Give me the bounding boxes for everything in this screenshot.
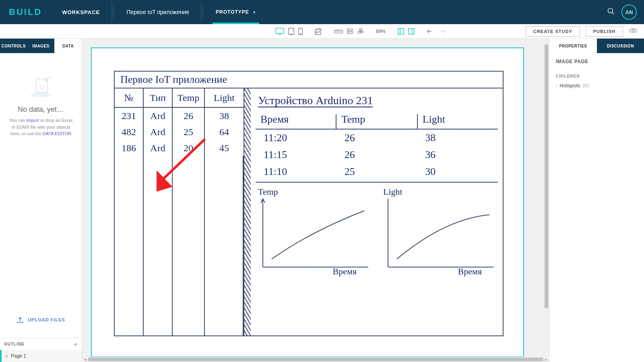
hotspots-count: (0) [583, 82, 589, 88]
svg-point-5 [291, 33, 291, 34]
crumb-project[interactable]: Первое IoT приложение [115, 0, 200, 24]
align-icon[interactable] [347, 28, 353, 35]
toolbar: 89% CREATE STUDY PUBLISH [0, 24, 644, 39]
left-tabs: CONTROLS IMAGES DATA [0, 39, 82, 53]
sketch-divider [244, 88, 251, 335]
upload-files-label: UPLOAD FILES [28, 317, 65, 322]
import-link[interactable]: Import [27, 118, 39, 123]
crumb-workspace[interactable]: WORKSPACE [51, 0, 111, 24]
sketch-td: 30 [417, 163, 498, 180]
svg-rect-14 [348, 29, 353, 31]
hotspots-label: Hotspots [559, 82, 580, 88]
top-right: AN [607, 4, 644, 20]
sketch-td: 231 [115, 108, 144, 124]
crumb-prototype-label: PROTOTYPE [216, 9, 249, 15]
split-left-icon[interactable] [398, 28, 404, 35]
edit-icon[interactable] [315, 28, 322, 35]
sketch-td: Ard [144, 124, 173, 140]
preview-icon[interactable] [629, 28, 638, 35]
canvas-vscroll[interactable] [544, 39, 549, 357]
right-panel: PROPERTIES DISCUSSION IMAGE PAGE CHILDRE… [549, 39, 644, 362]
chevron-down-icon: ▾ [6, 354, 8, 358]
sketch-td: 26 [336, 130, 417, 146]
svg-point-31 [43, 86, 44, 86]
canvas[interactable]: Первое IoT приложение № Тип Temp Light 2… [82, 39, 549, 362]
svg-point-28 [31, 93, 52, 97]
svg-rect-18 [358, 31, 360, 33]
outline-item-label: Page 1 [11, 353, 26, 359]
sketch-td: 11:15 [256, 146, 336, 163]
sketch-td: 38 [205, 108, 244, 124]
sketch-detail-title: Устройство Arduino 231 [256, 91, 498, 110]
sketch-td: 11:10 [256, 163, 336, 180]
tab-data[interactable]: DATA [54, 39, 82, 53]
publish-button[interactable]: PUBLISH [586, 26, 623, 37]
sketch-td: 36 [417, 146, 498, 163]
sketch-chart-light: Light Время [381, 187, 498, 275]
outline-item-page1[interactable]: ▾ Page 1 [0, 350, 82, 362]
distribute-icon[interactable] [357, 28, 364, 35]
add-page-icon[interactable]: + [74, 341, 78, 348]
breadcrumb: WORKSPACE Первое IoT приложение PROTOTYP… [51, 0, 267, 24]
sketch-th: Тип [144, 88, 173, 107]
sketch-td: 26 [336, 146, 417, 163]
no-data-subtitle: You can Import or drop an Excel or EDMX … [9, 117, 73, 137]
tab-controls[interactable]: CONTROLS [0, 39, 27, 53]
sketch-td: 11:20 [256, 130, 336, 146]
tablet-icon[interactable] [288, 28, 294, 35]
tab-discussion[interactable]: DISCUSSION [597, 39, 644, 53]
sketch-th: Light [418, 110, 498, 129]
sketch-td: 25 [336, 163, 417, 180]
sketch-th: Light [205, 88, 244, 107]
zoom-level[interactable]: 89% [376, 29, 386, 34]
split-group [398, 28, 415, 35]
properties-title: IMAGE PAGE [556, 59, 638, 64]
create-study-button[interactable]: CREATE STUDY [526, 26, 580, 37]
sketch-td: 45 [205, 140, 244, 156]
svg-rect-2 [276, 28, 284, 33]
upload-files-button[interactable]: UPLOAD FILES [17, 316, 65, 323]
svg-point-30 [39, 86, 40, 86]
search-icon[interactable] [607, 7, 615, 17]
data-panel-body[interactable]: No data, yet… You can Import or drop an … [0, 53, 82, 338]
svg-point-27 [632, 29, 634, 32]
sketch-td: 26 [173, 108, 205, 124]
undo-icon[interactable] [427, 29, 434, 34]
tab-properties[interactable]: PROPERTIES [549, 39, 597, 53]
svg-rect-23 [398, 29, 404, 34]
canvas-hscroll[interactable]: ◂▸ [82, 357, 549, 362]
data-editor-link[interactable]: DATA EDITOR [43, 131, 72, 136]
phone-icon[interactable] [298, 28, 303, 35]
chevron-right-icon: › [556, 83, 557, 88]
app-logo[interactable]: BUILD [0, 7, 51, 17]
history-group [427, 29, 445, 34]
desktop-icon[interactable] [275, 28, 284, 35]
split-right-icon[interactable] [408, 28, 415, 35]
svg-rect-19 [361, 31, 363, 33]
canvas-page[interactable]: Первое IoT приложение № Тип Temp Light 2… [91, 47, 524, 357]
svg-point-0 [608, 8, 613, 13]
sketch-td: 20 [173, 140, 205, 156]
svg-line-1 [612, 12, 614, 14]
sketch-image: Первое IoT приложение № Тип Temp Light 2… [92, 48, 523, 356]
crumb-sep [200, 0, 204, 24]
sketch-title: Первое IoT приложение [115, 72, 503, 88]
children-header: CHILDREN [556, 74, 638, 78]
redo-icon[interactable] [438, 29, 445, 34]
tab-images[interactable]: IMAGES [27, 39, 55, 53]
device-group [275, 28, 303, 35]
sketch-th: № [115, 88, 144, 107]
outline-header: OUTLINE + [0, 338, 82, 350]
left-panel: CONTROLS IMAGES DATA No data, yet… You c… [0, 39, 82, 362]
empty-state-icon [29, 76, 53, 100]
sketch-td: 64 [205, 124, 244, 140]
svg-rect-9 [334, 30, 343, 33]
children-hotspots[interactable]: › Hotspots (0) [556, 82, 638, 88]
user-avatar[interactable]: AN [621, 4, 637, 20]
sketch-td: 38 [417, 130, 498, 146]
sketch-td: Ard [144, 140, 173, 156]
sketch-th: Время [256, 110, 336, 129]
crumb-prototype[interactable]: PROTOTYPE ▾ [204, 0, 267, 24]
ruler-icon[interactable] [334, 29, 343, 34]
crumb-sep [111, 0, 115, 24]
